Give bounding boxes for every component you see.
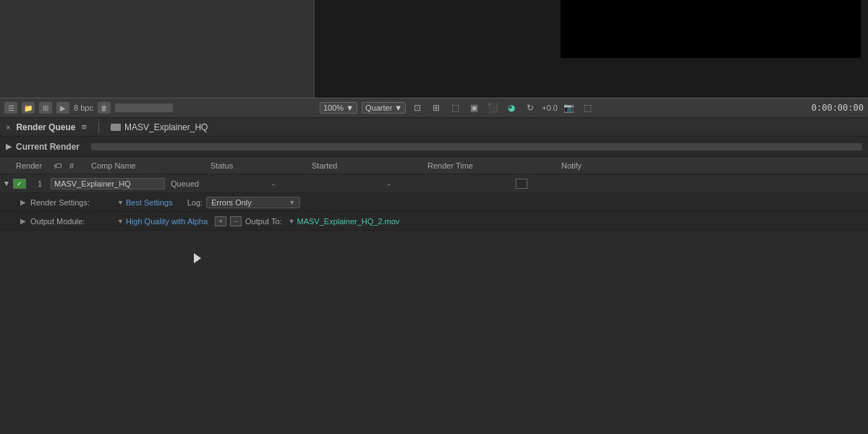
col-started-header: Started: [312, 161, 427, 170]
folder-icon[interactable]: 📁: [22, 102, 35, 114]
output-module-row: ▶ Output Module: ▼ High Quality with Alp…: [0, 212, 868, 231]
toolbar-left: ☰ 📁 ⊞ ▶ 8 bpc 🗑: [4, 102, 315, 114]
quality-dropdown[interactable]: Quarter ▼: [362, 102, 406, 114]
3d-icon[interactable]: ⬛: [485, 101, 500, 114]
log-label: Log:: [187, 198, 203, 207]
column-headers: Render 🏷 # Comp Name Status Started Rend…: [0, 157, 868, 174]
left-preview-panel: [0, 0, 315, 98]
col-rendertime-header: Render Time: [427, 161, 561, 170]
row-number: 1: [29, 179, 51, 188]
toolbar: ☰ 📁 ⊞ ▶ 8 bpc 🗑 100% ▼ Quarter ▼ ⊡ ⊞ ⬚ ▣…: [0, 98, 868, 118]
add-output-button[interactable]: +: [215, 216, 226, 226]
refresh-icon[interactable]: ↻: [523, 101, 537, 114]
output-to-dropdown[interactable]: ▼ MASV_Explainer_HQ_2.mov: [289, 217, 400, 226]
close-button[interactable]: ×: [6, 123, 10, 132]
render-settings-row: ▶ Render Settings: ▼ Best Settings Log: …: [0, 193, 868, 212]
comp-icon: [111, 124, 121, 131]
log-dropdown[interactable]: Errors Only ▼: [206, 197, 300, 208]
render-settings-label: Render Settings:: [30, 198, 117, 207]
render-settings-value[interactable]: Best Settings: [126, 198, 173, 207]
log-chevron-icon: ▼: [289, 199, 295, 206]
fit-icon[interactable]: ⊡: [410, 101, 425, 114]
zoom-dropdown[interactable]: 100% ▼: [320, 102, 357, 114]
send-icon[interactable]: ▶: [56, 102, 69, 114]
render-queue-title: Render Queue: [16, 122, 75, 132]
col-notify-header: Notify: [561, 161, 605, 170]
output-expand-arrow[interactable]: ▶: [20, 217, 30, 225]
camera-icon[interactable]: ⊞: [39, 102, 52, 114]
composition-tab: MASV_Explainer_HQ: [111, 122, 208, 132]
row-render-time: -: [382, 179, 516, 188]
safe-icon[interactable]: ▣: [467, 101, 481, 114]
row-comp-name[interactable]: MASV_Explainer_HQ: [51, 178, 165, 190]
render-queue-header: × Render Queue ≡ MASV_Explainer_HQ: [0, 118, 868, 137]
menu-icon[interactable]: ≡: [81, 122, 87, 132]
timecode: 0:00:00:00: [812, 103, 864, 113]
output-module-dropdown[interactable]: ▼ High Quality with Alpha: [117, 217, 208, 226]
right-preview-panel: [315, 0, 868, 98]
render-item-row: ▼ ✓ 1 MASV_Explainer_HQ Queued - -: [0, 174, 868, 193]
mouse-cursor: [194, 252, 201, 263]
mask-icon[interactable]: ⬚: [448, 101, 462, 114]
output-module-label: Output Module:: [30, 217, 117, 226]
settings-expand-arrow[interactable]: ▶: [20, 198, 30, 206]
snapshot-view-icon[interactable]: ⬚: [581, 101, 595, 114]
settings-chevron-icon: ▼: [117, 199, 124, 206]
row-expand-arrow[interactable]: ▼: [3, 179, 13, 187]
output-module-value[interactable]: High Quality with Alpha: [126, 217, 208, 226]
tab-label: MASV_Explainer_HQ: [124, 122, 208, 132]
notify-checkbox[interactable]: [516, 179, 527, 189]
preview-black-box: [561, 0, 861, 58]
col-num-header: #: [69, 161, 91, 170]
grid-icon[interactable]: ⊞: [429, 101, 443, 114]
cr-expand-arrow[interactable]: ▶: [6, 142, 12, 151]
row-notify: [516, 179, 559, 189]
render-settings-dropdown[interactable]: ▼ Best Settings: [117, 198, 173, 207]
progress-bar-small: [115, 103, 173, 112]
row-started: -: [266, 179, 382, 188]
log-value: Errors Only: [211, 198, 252, 207]
render-checkbox[interactable]: ✓: [13, 179, 26, 189]
snapshot-icon[interactable]: 📷: [562, 101, 576, 114]
log-section: Log: Errors Only ▼: [187, 197, 300, 208]
bpc-label: 8 bpc: [74, 103, 93, 112]
exposure-label: +0.0: [542, 103, 558, 112]
output-file-value[interactable]: MASV_Explainer_HQ_2.mov: [297, 217, 400, 226]
output-to-chevron-icon: ▼: [289, 218, 295, 225]
remove-output-button[interactable]: −: [230, 216, 242, 226]
col-render-header: Render: [3, 161, 54, 170]
current-render-bar: ▶ Current Render: [0, 137, 868, 157]
output-chevron-icon: ▼: [117, 218, 124, 225]
header-divider: [98, 122, 99, 133]
col-compname-header: Comp Name: [91, 161, 210, 170]
row-status: Queued: [165, 179, 266, 188]
color-icon[interactable]: ◕: [504, 101, 519, 114]
layers-icon[interactable]: ☰: [4, 102, 17, 114]
col-status-header: Status: [210, 161, 312, 170]
toolbar-right: 100% ▼ Quarter ▼ ⊡ ⊞ ⬚ ▣ ⬛ ◕ ↻ +0.0 📷 ⬚ …: [320, 101, 864, 114]
output-to-label: Output To:: [245, 217, 282, 226]
trash-icon[interactable]: 🗑: [98, 102, 111, 114]
render-progress-bar: [91, 143, 862, 150]
col-tag-header: 🏷: [54, 161, 69, 170]
current-render-label: Current Render: [16, 142, 80, 152]
output-section: + − Output To: ▼ MASV_Explainer_HQ_2.mov: [215, 216, 399, 226]
